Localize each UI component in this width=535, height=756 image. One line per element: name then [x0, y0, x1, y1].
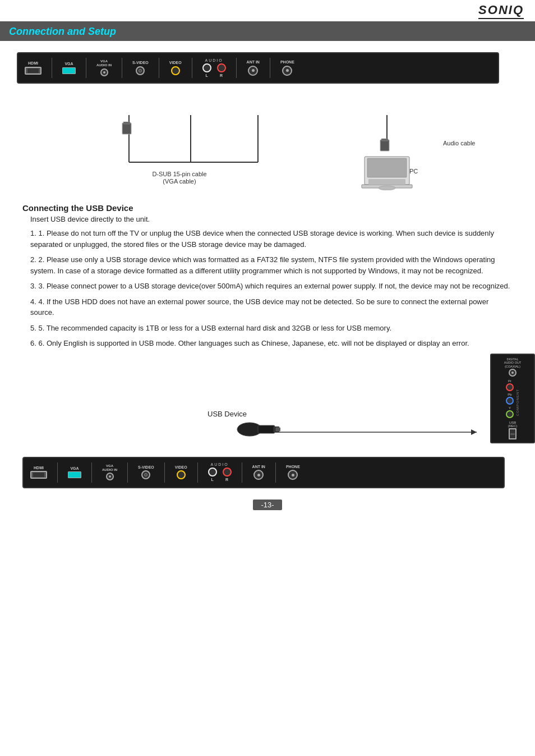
- svg-rect-19: [258, 425, 275, 433]
- page-number-area: -13-: [0, 500, 535, 510]
- svg-text:(VGA cable): (VGA cable): [163, 178, 196, 185]
- usb-item-3: 3. Please connect power to a USB storage…: [30, 281, 513, 292]
- ant-in-connector-bottom: ANT IN: [252, 465, 265, 480]
- vga-audio-in-connector-bottom: VGAAUDIO IN: [102, 464, 117, 480]
- svg-rect-4: [122, 123, 131, 134]
- svg-text:PC: PC: [409, 168, 418, 175]
- side-panel: DIGITALAUDIO OUT(COAXIAL) Pr Pb: [490, 354, 535, 444]
- audio-lr-bottom: AUDIO L R: [208, 462, 232, 482]
- digital-audio-out: DIGITALAUDIO OUT(COAXIAL): [504, 358, 522, 377]
- usb-list: 1. Please do not turn off the TV or unpl…: [30, 228, 513, 349]
- phone-connector-bottom: PHONE: [286, 465, 300, 480]
- usb-item-2: 2. Please use only a USB storage device …: [30, 254, 513, 276]
- top-bar: SONIQ: [0, 0, 535, 22]
- hdmi-connector-bottom: HDMI: [30, 466, 47, 479]
- audio-l-bottom: L: [208, 468, 217, 482]
- svg-rect-9: [380, 140, 389, 151]
- usb-subtitle: Insert USB device directly to the unit.: [30, 215, 513, 223]
- section-title: Connection and Setup: [9, 26, 526, 38]
- bottom-diagram-section: USB Device DIGITALAUDIO OUT(COAXIAL) Pr: [22, 354, 535, 488]
- usb-item-1: 1. Please do not turn off the TV or unpl…: [30, 228, 513, 250]
- audio-r-bottom: R: [223, 468, 232, 482]
- audio-r-connector: R: [217, 63, 226, 78]
- audio-lr-group: AUDIO L R: [202, 58, 226, 78]
- svg-rect-15: [368, 179, 405, 185]
- bottom-connector-bar: HDMI VGA VGAAUDIO IN S-VIDEO: [22, 457, 505, 488]
- soniq-logo: SONIQ: [478, 3, 524, 19]
- audio-l-connector: L: [202, 63, 211, 78]
- usb-title: Connecting the USB Device: [22, 203, 513, 213]
- section-title-bar: Connection and Setup: [0, 22, 535, 41]
- svg-rect-5: [123, 122, 130, 124]
- svg-text:Audio cable: Audio cable: [443, 140, 476, 146]
- vga-connector-bottom: VGA: [68, 466, 81, 479]
- video-connector-bottom: VIDEO: [175, 465, 187, 480]
- usb-device-icon: [236, 415, 280, 443]
- svg-text:D-SUB 15-pin cable: D-SUB 15-pin cable: [152, 171, 206, 177]
- vga-connection-diagram: D-SUB 15-pin cable (VGA cable) Audio cab…: [17, 84, 499, 190]
- top-diagram-area: HDMI VGA VGAAUDIO IN S-VI: [0, 41, 535, 198]
- svg-rect-10: [381, 139, 388, 141]
- vga-connector: VGA: [62, 62, 76, 74]
- top-connector-bar: HDMI VGA VGAAUDIO IN S-VI: [17, 52, 499, 84]
- usb-connection-line: [275, 421, 477, 443]
- s-video-connector-bottom: S-VIDEO: [138, 465, 154, 480]
- vga-audio-in-connector: VGAAUDIO IN: [96, 59, 112, 76]
- video-connector: VIDEO: [169, 61, 182, 75]
- usb-content-area: Connecting the USB Device Insert USB dev…: [0, 198, 535, 349]
- component-group: Pr Pb Y COMPONENT: [506, 379, 519, 418]
- s-video-connector: S-VIDEO: [132, 61, 149, 75]
- usb-item-6: 6. Only English is supported in USB mode…: [30, 338, 513, 349]
- ant-in-connector: ANT IN: [247, 60, 260, 76]
- usb-item-4: 4. If the USB HDD does not have an exter…: [30, 296, 513, 318]
- page-number: -13-: [253, 500, 282, 510]
- usb-rec-connector: USB(REC): [508, 421, 518, 439]
- svg-marker-23: [471, 429, 477, 435]
- svg-point-16: [379, 186, 395, 190]
- hdmi-connector: HDMI: [25, 61, 41, 75]
- usb-item-5: 5. The recommended capacity is 1TB or le…: [30, 323, 513, 334]
- svg-rect-13: [367, 158, 407, 177]
- phone-connector: PHONE: [280, 60, 294, 76]
